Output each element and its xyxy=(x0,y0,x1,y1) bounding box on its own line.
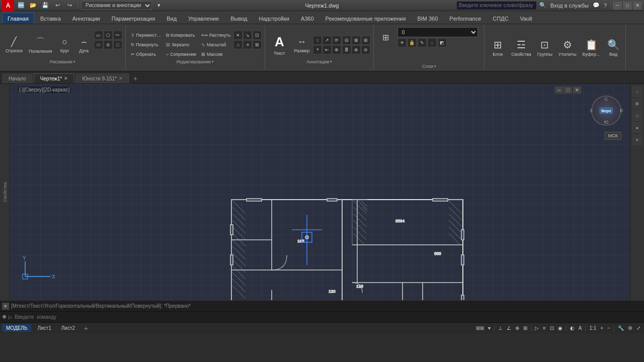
edit-e4[interactable]: ⌂ xyxy=(233,40,243,49)
edit-e3[interactable]: ⊡ xyxy=(253,31,262,40)
annot-group-arrow[interactable]: ▾ xyxy=(330,60,332,64)
help-btn[interactable]: ? xyxy=(602,3,608,9)
edit-e6[interactable]: ⊞ xyxy=(253,40,262,49)
redo-btn[interactable]: ↪ xyxy=(64,1,74,10)
tab-addins[interactable]: Надстройки xyxy=(254,13,295,24)
save-btn[interactable]: 💾 xyxy=(40,1,50,10)
draw-group-arrow[interactable]: ▾ xyxy=(73,60,75,64)
edit-e1[interactable]: ✕ xyxy=(233,31,243,40)
add-sheet-btn[interactable]: + xyxy=(81,323,91,333)
annot-e2[interactable]: ↗ xyxy=(323,36,332,45)
lweight-btn[interactable]: ≡ xyxy=(541,324,547,333)
tab-parametrize[interactable]: Параметризация xyxy=(106,13,160,24)
login-btn[interactable]: Вход в службы xyxy=(549,3,590,9)
draw-line-btn[interactable]: ╱ Отрезок xyxy=(3,31,25,59)
tspace-btn[interactable]: ⊡ xyxy=(548,324,555,333)
groups-btn[interactable]: ⊡ Группы xyxy=(535,34,555,62)
edit-trim-btn[interactable]: ✂ Обрезать xyxy=(129,50,164,59)
annot-e1[interactable]: ↕ xyxy=(313,36,322,45)
qprop-btn[interactable]: ◉ xyxy=(556,324,564,333)
tab-manage[interactable]: Управление xyxy=(183,13,224,24)
edit-copy-btn[interactable]: ⧉ Копировать xyxy=(164,31,198,40)
layer-mgr-btn[interactable]: ⊞ xyxy=(380,30,395,44)
edit-rotate-btn[interactable]: ↻ Повернуть xyxy=(129,40,164,49)
isolate-btn[interactable]: ◐ xyxy=(569,324,576,333)
tab-output[interactable]: Вывод xyxy=(225,13,253,24)
layer-btn1[interactable]: ☀ xyxy=(397,38,407,47)
edit-group-arrow[interactable]: ▾ xyxy=(212,60,214,64)
polar-btn[interactable]: ∠ xyxy=(505,324,513,333)
edit-e5[interactable]: ≡ xyxy=(243,40,252,49)
annot-e5[interactable]: ⇤ xyxy=(323,45,332,54)
fullscreen-btn[interactable]: ⤢ xyxy=(635,324,642,333)
cmd-cursor-btn[interactable]: ▷ xyxy=(9,314,13,320)
edit-stretch-btn[interactable]: ⟺ Растянуть xyxy=(199,31,232,40)
draw-ellipse-btn[interactable]: ⬭ xyxy=(94,40,103,49)
snap-btn[interactable]: ▾ xyxy=(487,324,492,333)
restore-btn[interactable]: □ xyxy=(623,2,632,10)
annotation-btn[interactable]: A xyxy=(577,324,584,333)
new-btn[interactable]: 🆕 xyxy=(16,1,26,10)
edit-fillet-btn[interactable]: ⌐ Сопряжение xyxy=(164,50,198,59)
layer-btn4[interactable]: ↓ xyxy=(428,38,437,47)
workspace-selector[interactable]: Рисование и аннотации xyxy=(81,1,152,10)
undo-btn[interactable]: ↩ xyxy=(52,1,62,10)
comm-btn[interactable]: 💬 xyxy=(591,2,601,9)
grid-btn[interactable]: ⊞⊞ xyxy=(474,324,486,333)
draw-arc-btn[interactable]: ⌢ Дуга xyxy=(75,31,93,59)
draw-polyline-btn[interactable]: ⌒ Полилиния xyxy=(26,31,55,59)
tab-drawing2[interactable]: Юности 9-151* ✕ xyxy=(75,73,129,83)
block-btn[interactable]: ⊞ Блок xyxy=(488,34,508,62)
scale-btn[interactable]: 1:1 xyxy=(588,324,598,333)
tab-start[interactable]: Начало xyxy=(2,73,33,83)
minimize-btn[interactable]: ─ xyxy=(613,2,622,10)
annot-e3[interactable]: ⟳ xyxy=(332,36,341,45)
zoom-out-btn[interactable]: − xyxy=(606,324,612,333)
tab-annotations[interactable]: Аннотации xyxy=(67,13,106,24)
layer-dropdown[interactable]: 0 xyxy=(397,27,478,37)
tab-apps[interactable]: Рекомендованные приложения xyxy=(320,13,412,24)
draw-spline-btn[interactable]: 〜 xyxy=(113,31,122,40)
ortho-btn[interactable]: ⊥ xyxy=(497,324,504,333)
tab-drawing2-close[interactable]: ✕ xyxy=(119,76,123,81)
edit-e2[interactable]: ↘ xyxy=(243,31,252,40)
search-btn[interactable]: 🔍 xyxy=(538,2,548,9)
model-tab[interactable]: МОДЕЛЬ xyxy=(2,324,31,332)
tab-a360[interactable]: А360 xyxy=(295,13,319,24)
zoom-in-btn[interactable]: + xyxy=(599,324,605,333)
edit-mirror-btn[interactable]: ⊟ Зеркало xyxy=(164,40,198,49)
annot-f3[interactable]: ⊞ xyxy=(361,36,370,45)
rs-btn-2[interactable]: ⊞ xyxy=(632,98,643,109)
draw-polygon-btn[interactable]: ⬡ xyxy=(104,31,113,40)
open-btn[interactable]: 📂 xyxy=(28,1,38,10)
edit-array-btn[interactable]: ⊞ Массив xyxy=(199,50,232,59)
layer-btn2[interactable]: 🔒 xyxy=(408,38,417,47)
rs-btn-3[interactable]: □ xyxy=(632,110,643,121)
command-input[interactable] xyxy=(15,314,642,320)
ws-switch-btn[interactable]: 🔧 xyxy=(616,324,625,333)
utilities-btn[interactable]: ⚙ Утилиты xyxy=(556,34,579,62)
ui-btn[interactable]: ⚙ xyxy=(626,324,634,333)
tab-spds[interactable]: СПДС xyxy=(487,13,514,24)
tab-view[interactable]: Вид xyxy=(161,13,182,24)
sheet1-tab[interactable]: Лист1 xyxy=(33,324,55,332)
annot-f1[interactable]: ⊟ xyxy=(342,36,351,45)
edit-move-btn[interactable]: ⇧ Перемест… xyxy=(129,31,164,40)
draw-rect-btn[interactable]: ▭ xyxy=(94,31,103,40)
annot-f4[interactable]: ≣ xyxy=(342,45,351,54)
draw-hatch-btn[interactable]: ⊘ xyxy=(104,40,113,49)
edit-scale-btn[interactable]: ⤡ Масштаб xyxy=(199,40,232,49)
compass-top-label[interactable]: Верх xyxy=(599,108,613,114)
rs-btn-1[interactable]: ↕ xyxy=(632,86,643,97)
properties-btn[interactable]: ☲ Свойства xyxy=(509,34,534,62)
annot-dim-btn[interactable]: ↔ Размер xyxy=(291,31,312,59)
rs-btn-5[interactable]: ✕ xyxy=(632,134,643,145)
tab-bim360[interactable]: BIM 360 xyxy=(412,13,443,24)
tab-drawing1-close[interactable]: ✕ xyxy=(64,76,68,81)
tab-performance[interactable]: Performance xyxy=(444,13,487,24)
mck-button[interactable]: МСК xyxy=(605,132,621,140)
osnap-btn[interactable]: ⊕ xyxy=(514,324,521,333)
close-btn[interactable]: ✕ xyxy=(633,2,642,10)
dynin-btn[interactable]: ▷ xyxy=(533,324,540,333)
tab-vault[interactable]: Vault xyxy=(515,13,538,24)
